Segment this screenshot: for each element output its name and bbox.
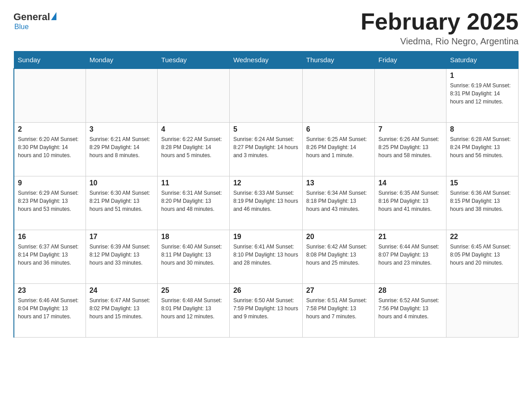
day-of-week-header: Tuesday bbox=[158, 51, 230, 69]
day-number: 2 bbox=[18, 125, 82, 133]
day-number: 9 bbox=[18, 179, 82, 187]
day-info: Sunrise: 6:28 AM Sunset: 8:24 PM Dayligh… bbox=[450, 135, 515, 159]
logo-blue-text: Blue bbox=[14, 23, 29, 30]
calendar-cell bbox=[158, 68, 230, 122]
calendar-cell bbox=[86, 68, 157, 122]
days-of-week-row: SundayMondayTuesdayWednesdayThursdayFrid… bbox=[14, 51, 519, 69]
day-info: Sunrise: 6:29 AM Sunset: 8:23 PM Dayligh… bbox=[18, 189, 82, 213]
day-number: 3 bbox=[90, 125, 154, 133]
calendar-cell: 3Sunrise: 6:21 AM Sunset: 8:29 PM Daylig… bbox=[86, 122, 157, 176]
calendar-cell: 14Sunrise: 6:35 AM Sunset: 8:16 PM Dayli… bbox=[375, 176, 446, 230]
calendar-body: 1Sunrise: 6:19 AM Sunset: 8:31 PM Daylig… bbox=[14, 68, 519, 337]
calendar-cell: 23Sunrise: 6:46 AM Sunset: 8:04 PM Dayli… bbox=[14, 283, 86, 337]
calendar-cell: 26Sunrise: 6:50 AM Sunset: 7:59 PM Dayli… bbox=[229, 283, 302, 337]
day-info: Sunrise: 6:20 AM Sunset: 8:30 PM Dayligh… bbox=[18, 135, 82, 159]
day-of-week-header: Sunday bbox=[14, 51, 86, 69]
day-info: Sunrise: 6:35 AM Sunset: 8:16 PM Dayligh… bbox=[378, 189, 442, 213]
day-info: Sunrise: 6:33 AM Sunset: 8:19 PM Dayligh… bbox=[233, 189, 299, 213]
day-info: Sunrise: 6:19 AM Sunset: 8:31 PM Dayligh… bbox=[450, 81, 515, 106]
day-info: Sunrise: 6:47 AM Sunset: 8:02 PM Dayligh… bbox=[90, 296, 154, 321]
calendar-cell: 22Sunrise: 6:45 AM Sunset: 8:05 PM Dayli… bbox=[446, 230, 518, 283]
day-number: 14 bbox=[378, 179, 442, 187]
day-number: 23 bbox=[18, 287, 82, 295]
day-info: Sunrise: 6:40 AM Sunset: 8:11 PM Dayligh… bbox=[161, 243, 226, 267]
day-number: 8 bbox=[450, 125, 515, 133]
day-number: 28 bbox=[378, 287, 442, 295]
day-number: 10 bbox=[90, 179, 154, 187]
day-number: 11 bbox=[161, 179, 226, 187]
day-info: Sunrise: 6:21 AM Sunset: 8:29 PM Dayligh… bbox=[90, 135, 154, 159]
day-info: Sunrise: 6:52 AM Sunset: 7:56 PM Dayligh… bbox=[378, 296, 442, 321]
calendar-cell: 7Sunrise: 6:26 AM Sunset: 8:25 PM Daylig… bbox=[375, 122, 446, 176]
calendar-cell: 11Sunrise: 6:31 AM Sunset: 8:20 PM Dayli… bbox=[158, 176, 230, 230]
day-info: Sunrise: 6:51 AM Sunset: 7:58 PM Dayligh… bbox=[306, 296, 371, 321]
day-info: Sunrise: 6:34 AM Sunset: 8:18 PM Dayligh… bbox=[306, 189, 371, 213]
calendar-cell: 2Sunrise: 6:20 AM Sunset: 8:30 PM Daylig… bbox=[14, 122, 86, 176]
calendar-cell: 20Sunrise: 6:42 AM Sunset: 8:08 PM Dayli… bbox=[302, 230, 374, 283]
day-number: 1 bbox=[450, 72, 515, 80]
calendar-week-row: 9Sunrise: 6:29 AM Sunset: 8:23 PM Daylig… bbox=[14, 176, 519, 230]
calendar-week-row: 23Sunrise: 6:46 AM Sunset: 8:04 PM Dayli… bbox=[14, 283, 519, 337]
calendar-title: February 2025 bbox=[360, 9, 519, 34]
calendar-cell: 16Sunrise: 6:37 AM Sunset: 8:14 PM Dayli… bbox=[14, 230, 86, 283]
calendar-cell: 5Sunrise: 6:24 AM Sunset: 8:27 PM Daylig… bbox=[229, 122, 302, 176]
day-of-week-header: Saturday bbox=[446, 51, 518, 69]
day-info: Sunrise: 6:37 AM Sunset: 8:14 PM Dayligh… bbox=[18, 243, 82, 267]
day-number: 18 bbox=[161, 233, 226, 241]
calendar-cell bbox=[14, 68, 86, 122]
calendar-cell: 8Sunrise: 6:28 AM Sunset: 8:24 PM Daylig… bbox=[446, 122, 518, 176]
day-info: Sunrise: 6:45 AM Sunset: 8:05 PM Dayligh… bbox=[450, 243, 515, 267]
calendar-cell: 27Sunrise: 6:51 AM Sunset: 7:58 PM Dayli… bbox=[302, 283, 374, 337]
day-of-week-header: Friday bbox=[375, 51, 446, 69]
title-block: February 2025 Viedma, Rio Negro, Argenti… bbox=[360, 9, 519, 47]
calendar-cell: 6Sunrise: 6:25 AM Sunset: 8:26 PM Daylig… bbox=[302, 122, 374, 176]
day-info: Sunrise: 6:36 AM Sunset: 8:15 PM Dayligh… bbox=[450, 189, 515, 213]
calendar-cell: 19Sunrise: 6:41 AM Sunset: 8:10 PM Dayli… bbox=[229, 230, 302, 283]
calendar-cell: 21Sunrise: 6:44 AM Sunset: 8:07 PM Dayli… bbox=[375, 230, 446, 283]
calendar-cell: 4Sunrise: 6:22 AM Sunset: 8:28 PM Daylig… bbox=[158, 122, 230, 176]
day-number: 25 bbox=[161, 287, 226, 295]
day-number: 20 bbox=[306, 233, 371, 241]
day-number: 7 bbox=[378, 125, 442, 133]
day-number: 15 bbox=[450, 179, 515, 187]
day-info: Sunrise: 6:41 AM Sunset: 8:10 PM Dayligh… bbox=[233, 243, 299, 267]
day-info: Sunrise: 6:22 AM Sunset: 8:28 PM Dayligh… bbox=[161, 135, 226, 159]
calendar-cell: 15Sunrise: 6:36 AM Sunset: 8:15 PM Dayli… bbox=[446, 176, 518, 230]
day-number: 21 bbox=[378, 233, 442, 241]
calendar-cell bbox=[446, 283, 518, 337]
day-info: Sunrise: 6:50 AM Sunset: 7:59 PM Dayligh… bbox=[233, 296, 299, 321]
calendar-cell: 24Sunrise: 6:47 AM Sunset: 8:02 PM Dayli… bbox=[86, 283, 157, 337]
calendar-cell: 1Sunrise: 6:19 AM Sunset: 8:31 PM Daylig… bbox=[446, 68, 518, 122]
calendar-table: SundayMondayTuesdayWednesdayThursdayFrid… bbox=[13, 51, 519, 338]
day-number: 6 bbox=[306, 125, 371, 133]
calendar-header: SundayMondayTuesdayWednesdayThursdayFrid… bbox=[14, 51, 519, 69]
day-info: Sunrise: 6:25 AM Sunset: 8:26 PM Dayligh… bbox=[306, 135, 371, 159]
day-info: Sunrise: 6:46 AM Sunset: 8:04 PM Dayligh… bbox=[18, 296, 82, 321]
calendar-cell: 12Sunrise: 6:33 AM Sunset: 8:19 PM Dayli… bbox=[229, 176, 302, 230]
day-number: 16 bbox=[18, 233, 82, 241]
day-number: 19 bbox=[233, 233, 299, 241]
day-number: 13 bbox=[306, 179, 371, 187]
logo-general-text: General bbox=[13, 11, 50, 23]
calendar-cell: 25Sunrise: 6:48 AM Sunset: 8:01 PM Dayli… bbox=[158, 283, 230, 337]
day-number: 24 bbox=[90, 287, 154, 295]
calendar-cell: 28Sunrise: 6:52 AM Sunset: 7:56 PM Dayli… bbox=[375, 283, 446, 337]
calendar-cell bbox=[302, 68, 374, 122]
day-info: Sunrise: 6:44 AM Sunset: 8:07 PM Dayligh… bbox=[378, 243, 442, 267]
day-info: Sunrise: 6:24 AM Sunset: 8:27 PM Dayligh… bbox=[233, 135, 299, 159]
day-number: 12 bbox=[233, 179, 299, 187]
calendar-week-row: 1Sunrise: 6:19 AM Sunset: 8:31 PM Daylig… bbox=[14, 68, 519, 122]
calendar-week-row: 16Sunrise: 6:37 AM Sunset: 8:14 PM Dayli… bbox=[14, 230, 519, 283]
day-number: 22 bbox=[450, 233, 515, 241]
calendar-cell: 18Sunrise: 6:40 AM Sunset: 8:11 PM Dayli… bbox=[158, 230, 230, 283]
calendar-cell bbox=[229, 68, 302, 122]
calendar-cell: 13Sunrise: 6:34 AM Sunset: 8:18 PM Dayli… bbox=[302, 176, 374, 230]
day-number: 17 bbox=[90, 233, 154, 241]
day-of-week-header: Monday bbox=[86, 51, 157, 69]
logo: General Blue bbox=[13, 9, 56, 31]
day-of-week-header: Thursday bbox=[302, 51, 374, 69]
day-info: Sunrise: 6:31 AM Sunset: 8:20 PM Dayligh… bbox=[161, 189, 226, 213]
day-info: Sunrise: 6:30 AM Sunset: 8:21 PM Dayligh… bbox=[90, 189, 154, 213]
calendar-cell bbox=[375, 68, 446, 122]
page-header: General Blue February 2025 Viedma, Rio N… bbox=[13, 9, 519, 47]
